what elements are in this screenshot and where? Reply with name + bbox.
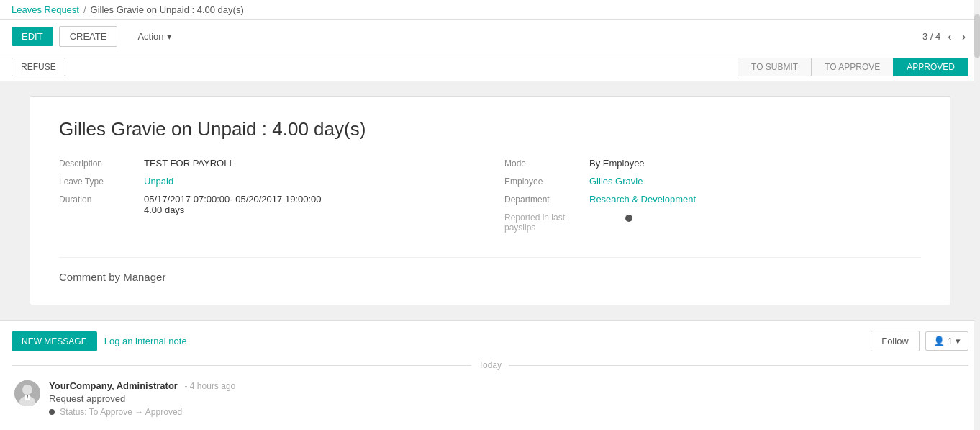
message-content: YourCompany, Administrator - 4 hours ago… xyxy=(49,380,966,417)
fields-left: Description TEST FOR PAYROLL Leave Type … xyxy=(59,158,476,240)
svg-point-1 xyxy=(22,385,32,395)
chatter: NEW MESSAGE Log an internal note Follow … xyxy=(0,320,980,430)
followers-count: 1 xyxy=(948,336,953,346)
reported-dot xyxy=(625,215,632,222)
employee-value[interactable]: Gilles Gravie xyxy=(589,176,643,187)
field-employee: Employee Gilles Gravie xyxy=(504,176,921,187)
refuse-button[interactable]: REFUSE xyxy=(12,58,65,76)
create-button[interactable]: CREATE xyxy=(59,26,118,47)
new-message-button[interactable]: NEW MESSAGE xyxy=(12,331,97,351)
log-note-link[interactable]: Log an internal note xyxy=(104,336,187,346)
department-value[interactable]: Research & Development xyxy=(589,194,696,205)
duration-days: 4.00 days xyxy=(144,205,322,215)
followers-badge[interactable]: 👤 1 ▾ xyxy=(925,331,968,351)
message-text: Request approved xyxy=(49,393,966,404)
reported-text-2: payslips xyxy=(504,223,535,233)
record-card: Gilles Gravie on Unpaid : 4.00 day(s) De… xyxy=(30,96,950,305)
status-steps: TO SUBMIT TO APPROVE APPROVED xyxy=(738,58,968,76)
department-label: Department xyxy=(504,194,584,205)
reported-label: Reported in last payslips xyxy=(504,212,584,233)
field-leave-type: Leave Type Unpaid xyxy=(59,176,476,187)
toolbar: EDIT CREATE Action ▾ 3 / 4 ‹ › xyxy=(0,20,980,53)
leave-type-value[interactable]: Unpaid xyxy=(144,176,173,187)
breadcrumb: Leaves Request / Gilles Gravie on Unpaid… xyxy=(0,0,980,20)
status-step-approved[interactable]: APPROVED xyxy=(893,58,968,76)
follow-button[interactable]: Follow xyxy=(871,331,920,351)
field-duration: Duration 05/17/2017 07:00:00- 05/20/2017… xyxy=(59,194,476,215)
main-area: Gilles Gravie on Unpaid : 4.00 day(s) De… xyxy=(0,81,980,320)
fields-right: Mode By Employee Employee Gilles Gravie … xyxy=(504,158,921,240)
person-icon: 👤 xyxy=(933,336,945,346)
chatter-actions-right: Follow 👤 1 ▾ xyxy=(871,331,968,351)
description-value: TEST FOR PAYROLL xyxy=(144,158,235,169)
field-mode: Mode By Employee xyxy=(504,158,921,169)
pagination: 3 / 4 ‹ › xyxy=(922,30,968,43)
field-reported: Reported in last payslips xyxy=(504,212,921,233)
comment-section: Comment by Manager xyxy=(59,257,921,283)
field-description: Description TEST FOR PAYROLL xyxy=(59,158,476,169)
employee-label: Employee xyxy=(504,176,584,187)
today-divider: Today xyxy=(12,360,968,370)
breadcrumb-parent-link[interactable]: Leaves Request xyxy=(12,4,79,15)
breadcrumb-current: Gilles Gravie on Unpaid : 4.00 day(s) xyxy=(91,4,244,15)
duration-range: 05/17/2017 07:00:00- 05/20/2017 19:00:00 xyxy=(144,194,322,205)
pagination-prev-button[interactable]: ‹ xyxy=(945,30,954,43)
status-bar: REFUSE TO SUBMIT TO APPROVE APPROVED xyxy=(0,53,980,81)
reported-text-1: Reported in last xyxy=(504,212,565,223)
action-dropdown[interactable]: Action ▾ xyxy=(137,31,171,42)
avatar xyxy=(14,380,40,406)
pagination-display: 3 / 4 xyxy=(922,31,940,42)
message-item: YourCompany, Administrator - 4 hours ago… xyxy=(12,380,968,417)
mode-value: By Employee xyxy=(589,158,645,169)
record-title: Gilles Gravie on Unpaid : 4.00 day(s) xyxy=(59,118,921,140)
pagination-next-button[interactable]: › xyxy=(959,30,968,43)
scrollbar-thumb[interactable] xyxy=(974,14,980,58)
action-chevron-icon: ▾ xyxy=(167,31,172,42)
fields-grid: Description TEST FOR PAYROLL Leave Type … xyxy=(59,158,921,240)
scrollbar[interactable] xyxy=(974,0,980,430)
comment-title: Comment by Manager xyxy=(59,271,921,283)
status-step-to-approve[interactable]: TO APPROVE xyxy=(811,58,894,76)
breadcrumb-separator: / xyxy=(83,4,86,15)
status-dot-icon xyxy=(49,409,55,415)
mode-label: Mode xyxy=(504,158,584,169)
field-department: Department Research & Development xyxy=(504,194,921,205)
message-author: YourCompany, Administrator xyxy=(49,380,178,391)
today-label: Today xyxy=(478,360,502,370)
message-log: Status: To Approve → Approved xyxy=(49,407,966,417)
followers-chevron-icon: ▾ xyxy=(956,336,961,346)
duration-values: 05/17/2017 07:00:00- 05/20/2017 19:00:00… xyxy=(144,194,322,215)
action-label: Action xyxy=(137,31,163,42)
duration-label: Duration xyxy=(59,194,138,205)
message-time: - 4 hours ago xyxy=(185,381,236,391)
chatter-actions: NEW MESSAGE Log an internal note Follow … xyxy=(12,331,968,351)
edit-button[interactable]: EDIT xyxy=(12,27,53,46)
message-log-text: Status: To Approve → Approved xyxy=(60,407,182,417)
leave-type-label: Leave Type xyxy=(59,176,138,187)
status-step-to-submit[interactable]: TO SUBMIT xyxy=(738,58,812,76)
description-label: Description xyxy=(59,158,138,169)
